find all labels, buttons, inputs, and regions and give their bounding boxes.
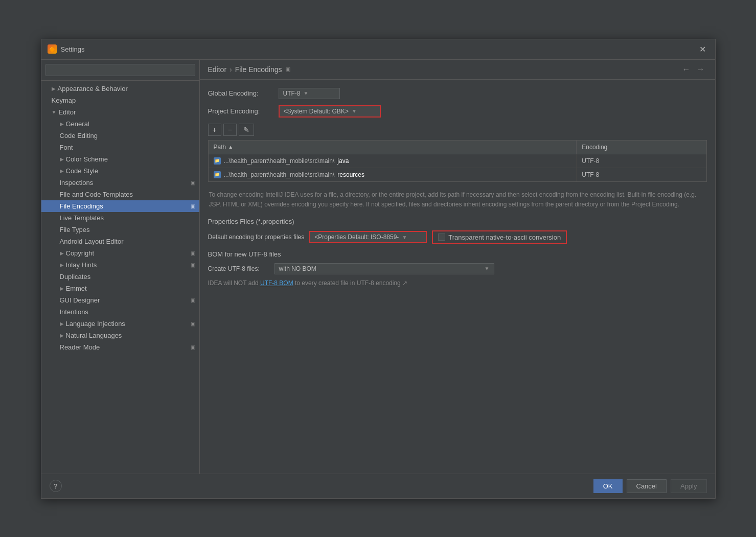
nav-forward-button[interactable]: → bbox=[695, 65, 707, 74]
help-button[interactable]: ? bbox=[50, 480, 62, 492]
sidebar-item-inlay-hints[interactable]: ▶ Inlay Hints ▣ bbox=[41, 259, 199, 271]
sidebar-item-label: Android Layout Editor bbox=[60, 238, 124, 245]
sidebar-item-label: File Encodings bbox=[60, 202, 103, 210]
search-input[interactable] bbox=[45, 64, 195, 76]
sidebar-item-label: Copyright bbox=[66, 249, 95, 257]
sidebar: ▶ Appearance & Behavior Keymap ▼ Editor … bbox=[41, 60, 200, 474]
sidebar-item-file-types[interactable]: File Types bbox=[41, 224, 199, 236]
global-encoding-value: UTF-8 bbox=[283, 90, 301, 97]
sidebar-item-label: Inlay Hints bbox=[66, 261, 97, 269]
sidebar-item-language-injections[interactable]: ▶ Language Injections ▣ bbox=[41, 318, 199, 330]
dropdown-arrow-icon: ▼ bbox=[402, 235, 407, 240]
properties-encoding-value: <Properties Default: ISO-8859- bbox=[314, 234, 399, 241]
properties-encoding-select[interactable]: <Properties Default: ISO-8859- ▼ bbox=[309, 231, 427, 243]
sidebar-item-inspections[interactable]: Inspections ▣ bbox=[41, 177, 199, 189]
folder-icon: 📁 bbox=[214, 171, 221, 178]
arrow-icon: ▼ bbox=[52, 109, 57, 115]
sidebar-item-emmet[interactable]: ▶ Emmet bbox=[41, 283, 199, 294]
sidebar-item-label: Live Templates bbox=[60, 214, 104, 222]
bottom-bar: ? OK Cancel Apply bbox=[41, 474, 715, 498]
arrow-icon: ▶ bbox=[60, 156, 64, 162]
description-text: To change encoding IntelliJ IDEA uses fo… bbox=[208, 190, 707, 209]
global-encoding-label: Global Encoding: bbox=[208, 89, 274, 97]
sidebar-item-file-encodings[interactable]: File Encodings ▣ bbox=[41, 200, 199, 212]
transparent-conversion-checkbox[interactable]: Transparent native-to-ascii conversion bbox=[432, 230, 567, 244]
sidebar-item-copyright[interactable]: ▶ Copyright ▣ bbox=[41, 247, 199, 259]
bom-info: IDEA will NOT add UTF-8 BOM to every cre… bbox=[208, 279, 707, 287]
table-header: Path ▲ Encoding bbox=[209, 141, 706, 154]
properties-section-title: Properties Files (*.properties) bbox=[208, 218, 707, 225]
arrow-icon: ▶ bbox=[60, 262, 64, 268]
sidebar-item-intentions[interactable]: Intentions bbox=[41, 306, 199, 318]
badge-icon: ▣ bbox=[191, 344, 195, 350]
sidebar-item-label: Editor bbox=[58, 108, 76, 116]
sidebar-item-gui-designer[interactable]: GUI Designer ▣ bbox=[41, 294, 199, 306]
bom-select[interactable]: with NO BOM ▼ bbox=[274, 263, 494, 274]
properties-encoding-label: Default encoding for properties files bbox=[208, 234, 305, 241]
sidebar-item-live-templates[interactable]: Live Templates bbox=[41, 212, 199, 224]
sidebar-item-label: Language Injections bbox=[66, 320, 125, 328]
sidebar-item-label: Code Style bbox=[66, 167, 99, 175]
sidebar-item-label: Font bbox=[60, 144, 73, 151]
badge-icon: ▣ bbox=[191, 180, 195, 185]
project-encoding-row: Project Encoding: <System Default: GBK> … bbox=[208, 105, 707, 118]
cancel-button[interactable]: Cancel bbox=[627, 479, 667, 493]
breadcrumb-separator: › bbox=[230, 65, 232, 74]
encoding-toolbar: + − ✎ bbox=[208, 124, 707, 136]
table-col-encoding: Encoding bbox=[577, 141, 706, 154]
dropdown-arrow-icon: ▼ bbox=[304, 90, 309, 96]
transparent-label: Transparent native-to-ascii conversion bbox=[448, 234, 561, 241]
badge-icon: ▣ bbox=[191, 297, 195, 303]
table-cell-path: 📁 ...\health_parent\health_mobile\src\ma… bbox=[209, 168, 577, 181]
sidebar-item-color-scheme[interactable]: ▶ Color Scheme bbox=[41, 153, 199, 165]
dropdown-arrow-icon: ▼ bbox=[352, 108, 357, 114]
sidebar-item-file-code-templates[interactable]: File and Code Templates bbox=[41, 189, 199, 200]
encoding-table: Path ▲ Encoding 📁 ...\health_parent\heal… bbox=[208, 140, 707, 182]
table-cell-path: 📁 ...\health_parent\health_mobile\src\ma… bbox=[209, 154, 577, 168]
bom-label: Create UTF-8 files: bbox=[208, 265, 269, 272]
sidebar-item-label: Intentions bbox=[60, 308, 88, 316]
app-icon: 🔶 bbox=[48, 44, 57, 54]
content-area: Global Encoding: UTF-8 ▼ Project Encodin… bbox=[200, 80, 715, 474]
sidebar-item-code-editing[interactable]: Code Editing bbox=[41, 130, 199, 142]
sidebar-item-label: Reader Mode bbox=[60, 343, 100, 351]
project-encoding-value: <System Default: GBK> bbox=[284, 108, 349, 115]
sidebar-item-label: Appearance & Behavior bbox=[58, 85, 128, 92]
sidebar-item-label: General bbox=[66, 120, 89, 128]
sidebar-item-reader-mode[interactable]: Reader Mode ▣ bbox=[41, 341, 199, 353]
folder-icon: 📁 bbox=[214, 157, 221, 165]
sidebar-item-appearance[interactable]: ▶ Appearance & Behavior bbox=[41, 83, 199, 95]
sidebar-item-code-style[interactable]: ▶ Code Style bbox=[41, 165, 199, 177]
table-row[interactable]: 📁 ...\health_parent\health_mobile\src\ma… bbox=[209, 154, 706, 168]
sidebar-item-label: Emmet bbox=[66, 285, 87, 292]
table-col-path: Path ▲ bbox=[209, 141, 577, 154]
global-encoding-row: Global Encoding: UTF-8 ▼ bbox=[208, 88, 707, 99]
sidebar-item-general[interactable]: ▶ General bbox=[41, 118, 199, 130]
main-content: Editor › File Encodings ▣ ← → Global Enc… bbox=[200, 60, 715, 474]
table-cell-encoding: UTF-8 bbox=[577, 168, 706, 181]
remove-button[interactable]: − bbox=[223, 124, 237, 136]
sidebar-item-android-layout[interactable]: Android Layout Editor bbox=[41, 236, 199, 247]
project-encoding-label: Project Encoding: bbox=[208, 107, 274, 115]
breadcrumb-icon: ▣ bbox=[285, 66, 290, 73]
add-button[interactable]: + bbox=[208, 124, 221, 136]
sidebar-item-label: Duplicates bbox=[60, 273, 91, 281]
table-cell-encoding: UTF-8 bbox=[577, 154, 706, 168]
close-button[interactable]: ✕ bbox=[696, 43, 709, 55]
table-row[interactable]: 📁 ...\health_parent\health_mobile\src\ma… bbox=[209, 168, 706, 181]
global-encoding-select[interactable]: UTF-8 ▼ bbox=[279, 88, 340, 99]
apply-button[interactable]: Apply bbox=[671, 479, 707, 493]
sidebar-item-duplicates[interactable]: Duplicates bbox=[41, 271, 199, 283]
sidebar-item-editor[interactable]: ▼ Editor bbox=[41, 106, 199, 118]
sidebar-item-natural-languages[interactable]: ▶ Natural Languages bbox=[41, 330, 199, 341]
badge-icon: ▣ bbox=[191, 250, 195, 256]
sidebar-item-label: File and Code Templates bbox=[60, 191, 133, 198]
ok-button[interactable]: OK bbox=[593, 479, 623, 493]
arrow-icon: ▶ bbox=[60, 321, 64, 326]
edit-button[interactable]: ✎ bbox=[239, 124, 254, 136]
sidebar-item-font[interactable]: Font bbox=[41, 142, 199, 153]
nav-back-button[interactable]: ← bbox=[680, 65, 693, 74]
project-encoding-select[interactable]: <System Default: GBK> ▼ bbox=[279, 105, 381, 118]
sidebar-item-keymap[interactable]: Keymap bbox=[41, 95, 199, 106]
bom-link[interactable]: UTF-8 BOM bbox=[260, 279, 293, 287]
